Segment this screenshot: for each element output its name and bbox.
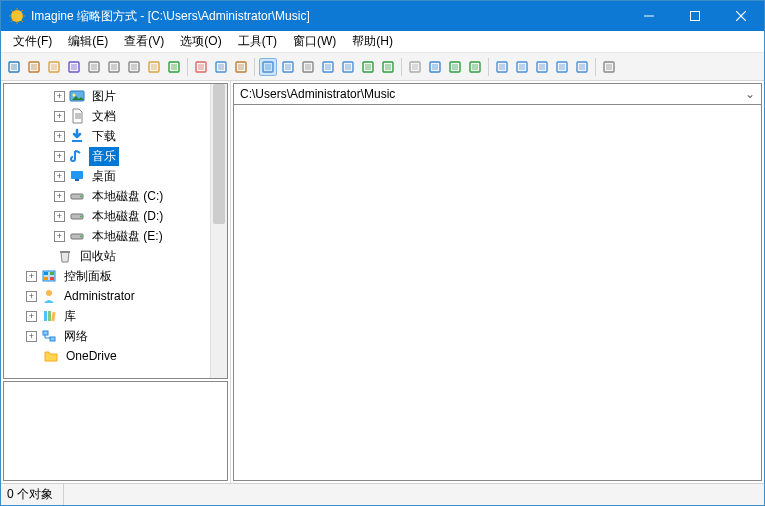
tree-scrollbar[interactable]: [210, 84, 227, 378]
tree-expander-icon[interactable]: +: [54, 111, 65, 122]
status-object-count: 0 个对象: [7, 484, 64, 505]
menu-options[interactable]: 选项(O): [172, 31, 229, 52]
svg-point-82: [80, 216, 82, 218]
path-bar[interactable]: C:\Users\Administrator\Music ⌄: [233, 83, 762, 105]
path-dropdown-icon[interactable]: ⌄: [739, 87, 755, 101]
open-icon[interactable]: [45, 58, 63, 76]
titlebar[interactable]: Imagine 缩略图方式 - [C:\Users\Administrator\…: [1, 1, 764, 31]
tree-expander-icon[interactable]: +: [54, 131, 65, 142]
menu-file[interactable]: 文件(F): [5, 31, 60, 52]
scrollbar-thumb[interactable]: [213, 84, 225, 224]
tree-item[interactable]: +本地磁盘 (C:): [4, 186, 210, 206]
tree-item[interactable]: +桌面: [4, 166, 210, 186]
cpanel-icon: [41, 268, 57, 284]
svg-line-8: [21, 10, 23, 12]
svg-rect-94: [51, 312, 55, 321]
window-title: Imagine 缩略图方式 - [C:\Users\Administrator\…: [31, 8, 626, 25]
window1-icon[interactable]: [259, 58, 277, 76]
empty-icon[interactable]: [406, 58, 424, 76]
pane4-icon[interactable]: [553, 58, 571, 76]
path-text: C:\Users\Administrator\Music: [240, 87, 739, 101]
pane5-icon[interactable]: [573, 58, 591, 76]
copy-icon[interactable]: [212, 58, 230, 76]
wrench-icon[interactable]: [600, 58, 618, 76]
svg-rect-60: [499, 64, 505, 70]
tree-item[interactable]: +库: [4, 306, 210, 326]
play-icon[interactable]: [446, 58, 464, 76]
tree-item[interactable]: +下载: [4, 126, 210, 146]
cut-icon[interactable]: [192, 58, 210, 76]
paste-icon[interactable]: [232, 58, 250, 76]
tree-item-label: OneDrive: [63, 348, 120, 364]
tree-item-label: 网络: [61, 327, 91, 346]
menu-tools[interactable]: 工具(T): [230, 31, 285, 52]
svg-rect-87: [44, 272, 48, 275]
tree-expander-icon[interactable]: +: [26, 291, 37, 302]
tree-expander-icon[interactable]: +: [54, 171, 65, 182]
maximize-button[interactable]: [672, 1, 718, 31]
eye-icon[interactable]: [5, 58, 23, 76]
tree-item-label: 本地磁盘 (E:): [89, 227, 166, 246]
statusbar: 0 个对象: [1, 483, 764, 505]
svg-rect-44: [325, 64, 331, 70]
svg-rect-50: [385, 64, 391, 70]
svg-rect-48: [365, 64, 371, 70]
folder-tree[interactable]: +图片+文档+下载+音乐+桌面+本地磁盘 (C:)+本地磁盘 (D:)+本地磁盘…: [4, 84, 210, 378]
tree-item[interactable]: +音乐: [4, 146, 210, 166]
refresh-icon[interactable]: [165, 58, 183, 76]
tree-item[interactable]: OneDrive: [4, 346, 210, 366]
tree-expander-icon[interactable]: +: [26, 331, 37, 342]
tree-item-label: 桌面: [89, 167, 119, 186]
menu-help[interactable]: 帮助(H): [344, 31, 401, 52]
menu-view[interactable]: 查看(V): [116, 31, 172, 52]
tree-item[interactable]: +文档: [4, 106, 210, 126]
tree-item[interactable]: 回收站: [4, 246, 210, 266]
menu-window[interactable]: 窗口(W): [285, 31, 344, 52]
star-box-icon[interactable]: [379, 58, 397, 76]
pane2-icon[interactable]: [513, 58, 531, 76]
tree-item[interactable]: +控制面板: [4, 266, 210, 286]
sync-icon[interactable]: [466, 58, 484, 76]
layout-icon[interactable]: [319, 58, 337, 76]
preview-panel: [3, 381, 228, 481]
tree-item[interactable]: +图片: [4, 86, 210, 106]
tree-item[interactable]: +本地磁盘 (D:): [4, 206, 210, 226]
tree-expander-icon[interactable]: +: [54, 151, 65, 162]
window2-icon[interactable]: [279, 58, 297, 76]
svg-rect-78: [75, 179, 79, 181]
tree-expander-icon[interactable]: +: [54, 91, 65, 102]
tree-expander-icon[interactable]: +: [54, 211, 65, 222]
pane3-icon[interactable]: [533, 58, 551, 76]
drive-icon: [69, 188, 85, 204]
svg-rect-93: [48, 311, 51, 321]
tree-item[interactable]: +本地磁盘 (E:): [4, 226, 210, 246]
tree-expander-icon[interactable]: +: [54, 231, 65, 242]
back-icon[interactable]: [426, 58, 444, 76]
folder-plus-icon[interactable]: [145, 58, 163, 76]
save-icon[interactable]: [65, 58, 83, 76]
svg-rect-24: [111, 64, 117, 70]
folder-tree-panel: +图片+文档+下载+音乐+桌面+本地磁盘 (C:)+本地磁盘 (D:)+本地磁盘…: [1, 81, 231, 483]
tree-item[interactable]: +Administrator: [4, 286, 210, 306]
thumbnail-viewer[interactable]: [233, 105, 762, 481]
tree-item[interactable]: +网络: [4, 326, 210, 346]
pane1-icon[interactable]: [493, 58, 511, 76]
thumbnails-icon[interactable]: [25, 58, 43, 76]
disc-icon[interactable]: [299, 58, 317, 76]
svg-point-72: [73, 94, 76, 97]
svg-rect-85: [60, 251, 70, 253]
minimize-button[interactable]: [626, 1, 672, 31]
tree-expander-icon[interactable]: +: [54, 191, 65, 202]
menu-edit[interactable]: 编辑(E): [60, 31, 116, 52]
camera-icon[interactable]: [125, 58, 143, 76]
svg-rect-58: [472, 64, 478, 70]
svg-rect-40: [285, 64, 291, 70]
close-button[interactable]: [718, 1, 764, 31]
print-icon[interactable]: [85, 58, 103, 76]
grid-icon[interactable]: [339, 58, 357, 76]
tree-expander-icon[interactable]: +: [26, 311, 37, 322]
music-icon: [69, 148, 85, 164]
tree-expander-icon[interactable]: +: [26, 271, 37, 282]
info-icon[interactable]: [105, 58, 123, 76]
green-box-icon[interactable]: [359, 58, 377, 76]
